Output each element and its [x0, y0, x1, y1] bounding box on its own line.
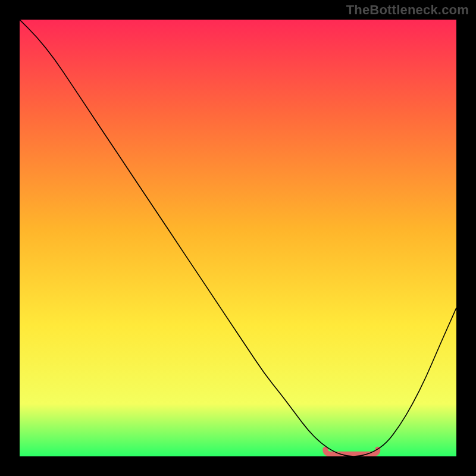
chart-svg: [20, 20, 456, 456]
plot-area: [20, 20, 456, 456]
watermark-text: TheBottleneck.com: [346, 2, 469, 18]
chart-frame: TheBottleneck.com: [0, 0, 476, 476]
gradient-background: [20, 20, 456, 456]
